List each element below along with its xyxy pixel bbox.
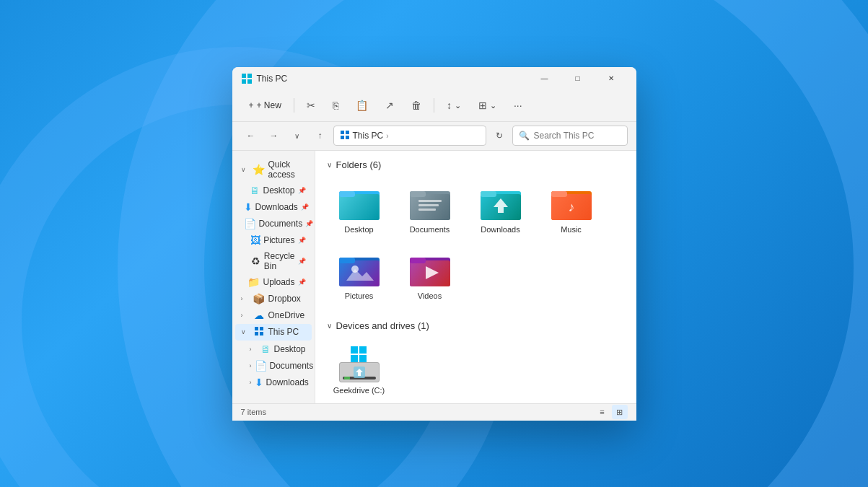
toolbar-separator-2 (434, 98, 434, 113)
folders-section-title: Folders (6) (336, 159, 382, 170)
folder-videos[interactable]: Videos (398, 245, 463, 306)
svg-rect-14 (339, 191, 355, 197)
desktop-pin-icon: 📌 (298, 187, 306, 194)
grid-view-button[interactable]: ⊞ (612, 405, 628, 419)
sidebar-item-this-pc-desktop[interactable]: › 🖥 Desktop (235, 341, 312, 357)
svg-rect-39 (359, 346, 367, 354)
quick-access-star-icon: ⭐ (253, 164, 266, 175)
folders-grid: Desktop Do (327, 179, 625, 306)
svg-rect-36 (410, 258, 426, 263)
svg-rect-9 (260, 327, 263, 330)
downloads-folder-name: Downloads (481, 225, 520, 234)
up-button[interactable]: ↑ (310, 126, 330, 146)
more-button[interactable]: ··· (506, 95, 530, 115)
downloads-folder-icon (479, 185, 522, 222)
svg-rect-8 (255, 327, 258, 330)
view-toggles: ≡ ⊞ (595, 405, 628, 419)
window-title: This PC (257, 74, 528, 84)
svg-rect-38 (351, 346, 358, 354)
this-pc-label: This PC (268, 327, 306, 337)
folder-desktop[interactable]: Desktop (327, 179, 392, 240)
onedrive-label: OneDrive (268, 310, 306, 320)
svg-rect-1 (247, 74, 252, 78)
sidebar-item-recycle-bin[interactable]: ♻ Recycle Bin 📌 (235, 249, 312, 273)
sidebar-item-this-pc-documents[interactable]: › 📄 Documents (235, 358, 312, 374)
pictures-folder-name: Pictures (345, 291, 374, 300)
drives-section-header[interactable]: ∨ Devices and drives (1) (327, 317, 625, 334)
cut-icon: ✂ (307, 100, 315, 111)
drive-c-icon (338, 346, 381, 383)
svg-rect-7 (346, 136, 349, 139)
drives-section-title: Devices and drives (1) (336, 320, 429, 331)
svg-rect-10 (255, 332, 258, 335)
videos-folder-name: Videos (418, 291, 442, 300)
folder-downloads[interactable]: Downloads (468, 179, 533, 240)
sidebar-item-this-pc-downloads[interactable]: › ⬇ Downloads (235, 374, 312, 390)
drive-c[interactable]: Geekdrive (C:) (327, 340, 392, 400)
desktop-folder-name: Desktop (344, 225, 373, 234)
svg-rect-19 (418, 204, 439, 206)
new-button[interactable]: + + New (241, 96, 289, 115)
folder-music[interactable]: ♪ Music (539, 179, 604, 240)
sidebar-item-quick-access[interactable]: ∨ ⭐ Quick access (235, 157, 312, 182)
folder-documents[interactable]: Documents (398, 179, 463, 240)
search-input[interactable] (534, 131, 621, 141)
svg-rect-18 (418, 200, 442, 202)
share-button[interactable]: ↗ (377, 95, 402, 115)
folders-chevron: ∨ (327, 161, 332, 169)
documents-folder-name: Documents (410, 225, 450, 234)
drives-chevron: ∨ (327, 322, 332, 330)
sidebar-item-desktop[interactable]: 🖥 Desktop 📌 (235, 183, 312, 198)
desktop-label: Desktop (263, 185, 294, 196)
main-area: ∨ ⭐ Quick access 🖥 Desktop 📌 ⬇ Downloads… (232, 151, 636, 403)
forward-button[interactable]: → (264, 126, 284, 146)
dropbox-label: Dropbox (268, 294, 306, 304)
svg-rect-13 (339, 194, 380, 220)
refresh-button[interactable]: ↻ (489, 126, 509, 146)
sort-icon: ↕ (447, 100, 452, 111)
cut-button[interactable]: ✂ (299, 95, 323, 115)
sort-button[interactable]: ↕ ⌄ (439, 95, 469, 115)
sidebar-item-downloads[interactable]: ⬇ Downloads 📌 (235, 199, 312, 215)
title-bar-controls: — □ ✕ (528, 67, 628, 90)
svg-rect-4 (341, 131, 344, 134)
sidebar-item-documents[interactable]: 📄 Documents 📌 (235, 216, 312, 232)
svg-rect-16 (410, 194, 450, 220)
search-box[interactable]: 🔍 (512, 126, 628, 146)
toolbar-separator-1 (294, 98, 294, 113)
music-folder-icon: ♪ (550, 185, 593, 222)
documents-folder-icon (408, 185, 452, 222)
close-button[interactable]: ✕ (595, 67, 628, 90)
svg-rect-41 (359, 355, 367, 362)
documents-pin-icon: 📌 (305, 220, 313, 227)
sidebar-item-pictures[interactable]: 🖼 Pictures 📌 (235, 232, 312, 248)
desktop-folder-icon (338, 185, 381, 222)
drive-c-name: Geekdrive (C:) (333, 386, 385, 395)
path-chevron: › (386, 132, 388, 140)
back-button[interactable]: ← (241, 126, 261, 146)
window-icon (241, 73, 253, 84)
copy-button[interactable]: ⎘ (325, 95, 346, 115)
status-bar: 7 items ≡ ⊞ (232, 403, 636, 421)
sidebar-item-dropbox[interactable]: › 📦 Dropbox (235, 291, 312, 307)
sidebar-item-this-pc[interactable]: ∨ This PC (235, 324, 312, 341)
delete-icon: 🗑 (411, 100, 421, 111)
minimize-button[interactable]: — (528, 67, 561, 90)
address-path[interactable]: This PC › (333, 126, 486, 146)
list-view-button[interactable]: ≡ (595, 405, 610, 419)
copy-icon: ⎘ (333, 100, 338, 111)
svg-rect-17 (410, 191, 426, 197)
delete-button[interactable]: 🗑 (403, 95, 429, 115)
svg-rect-11 (260, 332, 263, 335)
grid-view-icon: ⊞ (616, 408, 623, 417)
recycle-bin-pin-icon: 📌 (298, 258, 306, 265)
view-button[interactable]: ⊞ ⌄ (470, 95, 504, 115)
recent-button[interactable]: ∨ (287, 126, 307, 146)
new-label: + New (257, 100, 281, 110)
paste-button[interactable]: 📋 (348, 95, 376, 115)
maximize-button[interactable]: □ (561, 67, 595, 90)
folder-pictures[interactable]: Pictures (327, 245, 392, 306)
sidebar-item-onedrive[interactable]: › ☁ OneDrive (235, 307, 312, 323)
folders-section-header[interactable]: ∨ Folders (6) (327, 157, 625, 173)
sidebar-item-uploads[interactable]: 📁 Uploads 📌 (235, 274, 312, 290)
